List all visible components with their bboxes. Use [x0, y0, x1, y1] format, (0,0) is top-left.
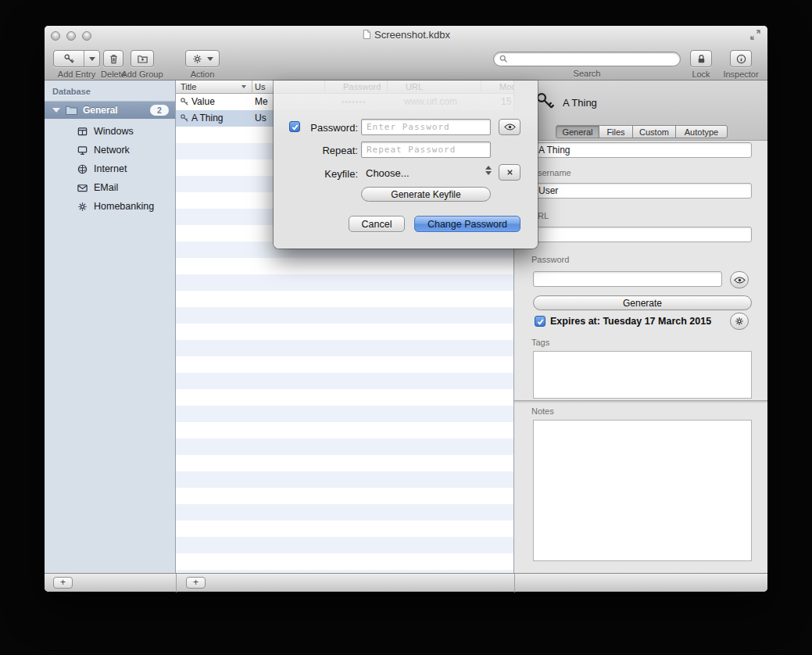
sidebar-item-internet[interactable]: Internet [45, 159, 175, 178]
sidebar-item-label: Homebanking [94, 201, 154, 212]
lock-label: Lock [692, 70, 710, 79]
chevron-down-icon [89, 57, 95, 61]
change-password-dialog: Password: Repeat: Keyfile: Choose... Gen… [274, 81, 538, 249]
tab-general[interactable]: General [556, 125, 599, 138]
sidebar-group-label: General [83, 105, 118, 116]
add-entry-plus-button[interactable]: + [186, 577, 206, 589]
action-button[interactable] [185, 50, 220, 67]
cell-username: Us [255, 110, 266, 127]
expires-label: Expires at: Tuesday 17 March 2015 [550, 316, 711, 327]
gear-icon [191, 53, 203, 65]
inspector-panel: A Thing General Files Custom Autotype Us… [514, 81, 767, 573]
network-icon [77, 145, 88, 156]
change-password-button[interactable]: Change Password [414, 216, 520, 232]
inspector-entry-title: A Thing [563, 97, 597, 109]
sidebar-group-general[interactable]: General 2 [45, 101, 175, 119]
cell-username: Me [255, 94, 268, 110]
repeat-password-input[interactable] [361, 141, 491, 158]
add-group-button[interactable] [131, 50, 154, 67]
sidebar-header: Database [52, 87, 91, 96]
sort-arrow-icon [241, 85, 246, 88]
sidebar-item-label: EMail [94, 182, 118, 193]
lock-button[interactable] [690, 50, 712, 67]
keyfile-popup[interactable]: Choose... [366, 167, 410, 179]
expires-checkbox[interactable] [535, 316, 546, 327]
fullscreen-icon[interactable] [749, 29, 761, 41]
generate-password-button[interactable]: Generate [533, 295, 752, 310]
window-chrome: Screenshot.kdbx Add Entry [45, 26, 767, 81]
tab-autotype[interactable]: Autotype [675, 125, 728, 138]
info-icon [735, 53, 747, 65]
toolbar-item-search: Search [493, 50, 681, 78]
document-icon [362, 29, 370, 40]
search-input[interactable] [509, 53, 680, 65]
password-label: Password: [294, 122, 358, 134]
tab-files[interactable]: Files [599, 125, 633, 138]
add-group-label: Add Group [121, 70, 163, 79]
generate-keyfile-button[interactable]: Generate Keyfile [361, 187, 491, 202]
username-field[interactable] [533, 183, 752, 199]
repeat-label: Repeat: [294, 145, 358, 156]
add-group-plus-button[interactable]: + [53, 577, 73, 589]
folder-plus-icon [137, 53, 148, 65]
sidebar: Database General 2 Windows Network [45, 81, 176, 573]
sidebar-item-network[interactable]: Network [45, 141, 175, 159]
toolbar-item-lock: Lock [684, 50, 718, 79]
tags-label: Tags [531, 338, 549, 347]
folder-icon [65, 105, 78, 116]
toolbar-item-add-entry: Add Entry [49, 50, 104, 79]
add-entry-dropdown[interactable] [84, 51, 99, 66]
sidebar-item-label: Network [94, 145, 130, 156]
inspector-divider [514, 400, 767, 403]
password-field[interactable] [533, 271, 722, 287]
disclosure-triangle-icon[interactable] [52, 108, 60, 113]
eye-icon [504, 123, 516, 131]
eye-icon [734, 277, 746, 284]
title-field[interactable] [533, 142, 752, 158]
notes-textarea[interactable] [533, 420, 752, 561]
sidebar-item-email[interactable]: EMail [45, 178, 175, 197]
column-header-title[interactable]: Title [181, 81, 196, 93]
password-input[interactable] [361, 119, 491, 135]
url-field[interactable] [533, 227, 752, 242]
add-entry-label: Add Entry [58, 70, 95, 79]
window-title: Screenshot.kdbx [45, 26, 767, 43]
sidebar-item-homebanking[interactable]: Homebanking [45, 197, 175, 216]
notes-label: Notes [531, 406, 554, 416]
search-field[interactable] [493, 52, 681, 66]
add-entry-button[interactable] [53, 50, 100, 67]
cancel-button[interactable]: Cancel [349, 216, 405, 232]
gear-icon [734, 316, 745, 327]
sidebar-item-windows[interactable]: Windows [45, 122, 175, 141]
keyfile-label: Keyfile: [294, 168, 358, 180]
key-icon [54, 51, 84, 66]
delete-button[interactable] [103, 50, 123, 67]
column-header-username[interactable]: Us [255, 81, 265, 93]
tags-textarea[interactable] [533, 351, 752, 399]
chevron-down-icon [207, 57, 213, 61]
toolbar-item-inspector: Inspector [723, 50, 759, 79]
pane-divider [176, 574, 177, 592]
key-icon [180, 113, 189, 123]
inspector-button[interactable] [730, 50, 752, 67]
tab-custom[interactable]: Custom [632, 125, 676, 138]
toolbar: Add Entry Delete Add Group [45, 43, 767, 81]
windows-icon [77, 126, 88, 138]
clear-keyfile-button[interactable] [499, 164, 520, 181]
password-label: Password [531, 255, 569, 264]
toolbar-item-add-group: Add Group [122, 50, 163, 79]
stepper-arrows-icon[interactable] [485, 166, 492, 175]
gear-icon [77, 201, 88, 213]
search-label: Search [574, 69, 601, 78]
trash-icon [108, 53, 120, 65]
titlebar[interactable]: Screenshot.kdbx [45, 26, 767, 43]
group-count-badge: 2 [150, 105, 169, 116]
key-icon [180, 97, 189, 106]
pane-divider [514, 574, 515, 592]
show-password-button[interactable] [499, 119, 520, 135]
column-divider[interactable] [252, 81, 252, 94]
expires-settings-button[interactable] [730, 313, 749, 330]
window-title-text: Screenshot.kdbx [374, 29, 450, 41]
reveal-password-button[interactable] [730, 271, 749, 288]
action-label: Action [191, 70, 215, 79]
